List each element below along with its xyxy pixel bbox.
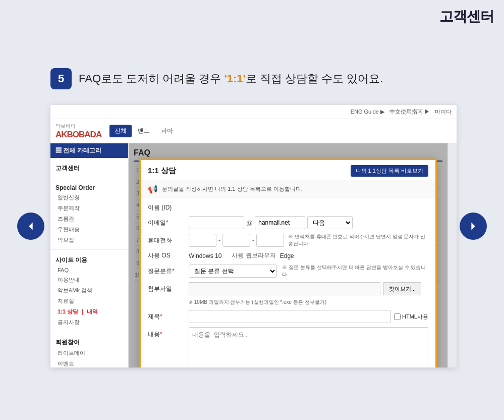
- file-row: 첨부파일 찾아보기... ※ 10MB 파일까지 첨부가능 (실행파일인 *.e…: [148, 282, 428, 306]
- email-label: 이메일*: [148, 219, 186, 227]
- html-checkbox[interactable]: [394, 313, 401, 320]
- sidebar-item-normal[interactable]: 일반신청: [50, 192, 128, 203]
- site-usage-title: 사이트 이용: [50, 254, 128, 266]
- os-browser-group: Windows 10 사용 웹브라우저 Edge: [189, 251, 294, 260]
- sidebar-item-faq[interactable]: FAQ: [50, 266, 128, 275]
- file-input-area: 찾아보기...: [189, 282, 421, 295]
- site-header: 악보바다 AKBOBADA 전체 밴드 피아: [50, 119, 457, 143]
- browser-value: Edge: [280, 252, 294, 259]
- dialog-header: 1:1 상담 나의 1:1상담 목록 바로보기: [141, 160, 435, 180]
- dialog-box: 1:1 상담 나의 1:1상담 목록 바로보기 📢 문의글을 작성하시면 나의 …: [139, 159, 437, 368]
- question-hint: ※ 질문 분류를 선택해주시면 더 빠른 답변을 받아보실 수 있습니다.: [282, 264, 428, 278]
- dialog-title: 1:1 상담: [148, 166, 176, 176]
- question-input-group: 질문 분류 선택 ※ 질문 분류를 선택해주시면 더 빠른 답변을 받아보실 수…: [189, 264, 428, 278]
- sidebar-item-guide[interactable]: 이용안내: [50, 275, 128, 285]
- step-heading: 5 FAQ로도 도저히 어려울 경우 '1:1'로 직접 상담할 수도 있어요.: [50, 68, 383, 89]
- logo-main: AKBOBADA: [55, 130, 101, 139]
- step-badge: 5: [50, 68, 72, 89]
- sidebar-item-data[interactable]: 자료실: [50, 296, 128, 306]
- phone-row: 휴대전화 - - ※ 연락처를 휴대폰 번호로 적어주시면 답변시 알림 문자가…: [148, 233, 428, 247]
- step-text-before: FAQ로도 도저히 어려울 경우: [79, 72, 224, 85]
- file-hint-container: ※ 10MB 파일까지 첨부가능 (실행파일인 *.exe 등은 첨부불가): [148, 298, 326, 306]
- sidebar-item-search2[interactable]: 악보&Mk 검색: [50, 285, 128, 296]
- svg-marker-0: [29, 223, 32, 230]
- email-required: *: [166, 219, 169, 226]
- html-label: HTML사용: [402, 313, 428, 321]
- member-group: 회원참여 라이브데이 이벤트 설문조사: [50, 332, 128, 368]
- name-label: 이름 (ID): [148, 203, 186, 212]
- nav-tab-band[interactable]: 밴드: [133, 125, 155, 137]
- browser-label: 사용 웹브라우저: [232, 251, 275, 260]
- topbar-cn[interactable]: 中文使用指南 ▶: [389, 108, 430, 116]
- faq-area: FAQ 1 2 3 4 5 6 7 8 9 10 1:1 상: [129, 143, 447, 368]
- step-highlight: '1:1': [224, 72, 245, 85]
- os-browser-row: 사용 OS Windows 10 사용 웹브라우저 Edge: [148, 251, 428, 260]
- file-row-inner: 첨부파일 찾아보기...: [148, 282, 428, 295]
- file-bar: [189, 282, 380, 295]
- sidebar-item-liveday[interactable]: 라이브데이: [50, 348, 128, 358]
- site-topbar: ENG Guide ▶ 中文使用指南 ▶ 마이다: [50, 105, 457, 119]
- email-domain-input[interactable]: [255, 216, 305, 229]
- title-label: 제목*: [148, 312, 186, 321]
- question-label: 질문분류*: [148, 267, 186, 276]
- nav-tab-piano[interactable]: 피아: [156, 125, 178, 137]
- logo-sub: 악보바다: [55, 123, 101, 130]
- svg-marker-1: [471, 223, 475, 230]
- page-logo: 고객센터: [439, 7, 494, 26]
- sidebar-item-sheet[interactable]: 악보집: [50, 235, 128, 245]
- email-domain-select[interactable]: 다음 naver.com gmail.com 직접입력: [307, 216, 353, 229]
- dialog-notice: 📢 문의글을 작성하시면 나의 1:1 상담 목록으로 이동합니다.: [141, 180, 435, 198]
- at-sign: @: [246, 219, 253, 227]
- question-select[interactable]: 질문 분류 선택: [189, 265, 277, 278]
- question-required: *: [172, 268, 175, 275]
- title-required: *: [160, 313, 162, 320]
- phone-sep2: -: [252, 237, 254, 244]
- site-logo: 악보바다 AKBOBADA: [55, 123, 101, 140]
- sidebar-item-1to1[interactable]: 1:1 상담 ｜ 내역: [50, 306, 128, 317]
- dialog-overlay: 1:1 상담 나의 1:1상담 목록 바로보기 📢 문의글을 작성하시면 나의 …: [129, 143, 447, 368]
- email-row: 이메일* @ 다음 naver.com gmail.com: [148, 216, 428, 229]
- file-hint: ※ 10MB 파일까지 첨부가능 (실행파일인 *.exe 등은 첨부불가): [189, 299, 326, 305]
- browser-item: 사용 웹브라우저 Edge: [232, 251, 294, 260]
- content-label: 내용*: [148, 327, 186, 339]
- sidebar-item-search[interactable]: 즈롬검: [50, 214, 128, 224]
- file-browse-button[interactable]: 찾아보기...: [383, 282, 421, 295]
- email-username-input[interactable]: [189, 216, 244, 229]
- dialog-form: 이름 (ID) 이메일* @: [141, 198, 435, 368]
- next-arrow[interactable]: [460, 213, 487, 240]
- phone-hint: ※ 연락처를 휴대폰 번호로 적어주시면 답변시 알림 문자가 전송됩니다.: [288, 233, 428, 247]
- special-order-group: Special Order 일반신청 주문제작 즈롬검 우편배송 악보집: [50, 178, 128, 250]
- phone-label: 휴대전화: [148, 236, 186, 245]
- phone-part1[interactable]: [189, 234, 216, 247]
- sidebar-item-custom[interactable]: 주문제작: [50, 203, 128, 214]
- os-value: Windows 10: [189, 252, 221, 259]
- sidebar-item-mail[interactable]: 우편배송: [50, 224, 128, 235]
- phone-sep1: -: [218, 237, 220, 244]
- html-checkbox-group: HTML사용: [394, 313, 428, 321]
- screenshot-container: ENG Guide ▶ 中文使用指南 ▶ 마이다 악보바다 AKBOBADA 전…: [50, 105, 457, 368]
- content-required: *: [160, 331, 162, 338]
- content-textarea[interactable]: [189, 327, 428, 368]
- site-sidebar: ☰ 전체 카테고리 고객센터 Special Order 일반신청 주문제작 즈…: [50, 143, 129, 368]
- step-text-after: 로 직접 상담할 수도 있어요.: [246, 72, 383, 85]
- view-history-button[interactable]: 나의 1:1상담 목록 바로보기: [351, 165, 428, 177]
- sidebar-item-notice[interactable]: 공지사항: [50, 317, 128, 328]
- phone-part3[interactable]: [256, 234, 284, 247]
- topbar-my[interactable]: 마이다: [435, 108, 452, 116]
- prev-arrow[interactable]: [17, 213, 44, 240]
- name-row: 이름 (ID): [148, 203, 428, 212]
- topbar-eng[interactable]: ENG Guide ▶: [351, 109, 384, 115]
- sidebar-item-event[interactable]: 이벤트: [50, 358, 128, 368]
- customer-center-group: 고객센터: [50, 158, 128, 178]
- email-input-group: @ 다음 naver.com gmail.com 직접입력: [189, 216, 353, 229]
- content-row: 내용*: [148, 327, 428, 368]
- os-value-item: Windows 10: [189, 252, 221, 259]
- question-row: 질문분류* 질문 분류 선택 ※ 질문 분류를 선택해주시면 더 빠른 답변을 …: [148, 264, 428, 278]
- notice-text: 문의글을 작성하시면 나의 1:1 상담 목록으로 이동합니다.: [162, 185, 303, 193]
- notice-icon: 📢: [148, 184, 158, 194]
- title-input[interactable]: [189, 310, 391, 323]
- phone-part2[interactable]: [222, 234, 250, 247]
- right-strip: [447, 143, 457, 368]
- nav-tab-all[interactable]: 전체: [109, 125, 132, 137]
- site-usage-group: 사이트 이용 FAQ 이용안내 악보&Mk 검색 자료실 1:1 상담 ｜ 내역…: [50, 250, 128, 332]
